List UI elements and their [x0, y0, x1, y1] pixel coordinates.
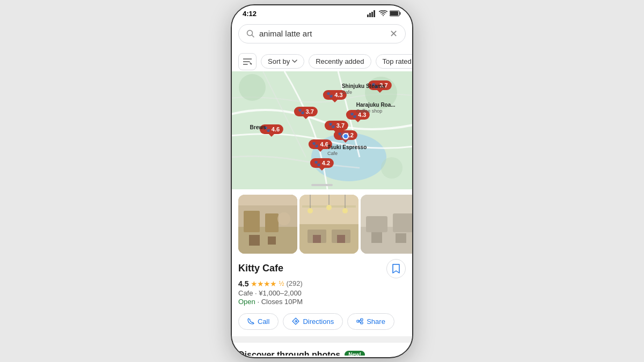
directions-icon — [292, 317, 299, 325]
svg-rect-5 — [390, 11, 398, 16]
action-buttons: Call Directions Share — [232, 309, 412, 336]
discover-title-row: Discover through photos New! — [238, 350, 406, 356]
svg-point-16 — [381, 157, 402, 179]
category: Cafe — [238, 289, 253, 297]
place-name: Kitty Cafe — [238, 263, 283, 274]
map-container[interactable]: 🐾4.3 🐾3.7 🐾3.7 🐾4.3 🐾4.2 🐾4.6 — [232, 71, 412, 189]
save-button[interactable] — [386, 259, 406, 278]
place-meta: Cafe · ¥1,000–2,000 — [238, 289, 406, 297]
user-location-dot — [342, 133, 349, 139]
rating-number: 4.5 — [238, 279, 248, 288]
svg-rect-40 — [366, 216, 387, 232]
cafe-interior-svg-3 — [361, 195, 412, 254]
map-pin-3-7-left[interactable]: 🐾3.7 — [294, 107, 318, 116]
map-pin-4-6-bottom[interactable]: 🐾4.6 — [308, 139, 332, 149]
search-bar-area: ✕ — [232, 20, 412, 49]
phone-icon — [247, 318, 254, 325]
search-input[interactable] — [259, 29, 385, 38]
top-rated-chip[interactable]: Top rated — [376, 54, 412, 69]
close-time: · — [257, 298, 261, 306]
svg-rect-20 — [265, 213, 279, 232]
place-photo-1[interactable] — [238, 195, 297, 254]
svg-rect-42 — [371, 232, 382, 243]
cafe-interior-svg-1 — [238, 195, 297, 254]
filter-row: Sort by Recently added Top rated — [232, 49, 412, 71]
screen-content: ✕ Sort by Recently added — [232, 20, 412, 356]
phone-frame: 4:12 — [231, 4, 413, 358]
signal-icon — [367, 10, 377, 17]
closes-at: Closes 10PM — [261, 298, 303, 306]
cafe-interior-svg-2 — [299, 195, 358, 254]
place-photo-2[interactable] — [299, 195, 358, 254]
place-status: Open · Closes 10PM — [238, 298, 406, 306]
svg-rect-41 — [393, 213, 412, 232]
svg-rect-0 — [367, 14, 369, 17]
call-label: Call — [258, 317, 269, 326]
place-info: Kitty Cafe 4.5 ★★★★ ½ (292) Cafe · ¥1,00… — [232, 254, 412, 309]
discover-title: Discover through photos — [238, 350, 340, 356]
share-button[interactable]: Share — [347, 313, 394, 330]
map-pin-4-6-left[interactable]: 🐾4.6 — [260, 124, 283, 134]
review-count: (292) — [286, 279, 302, 287]
svg-rect-19 — [244, 211, 260, 232]
bookmark-icon — [392, 264, 400, 274]
svg-point-31 — [326, 205, 332, 210]
svg-point-23 — [277, 212, 290, 225]
discover-section: Discover through photos New! — [232, 339, 412, 356]
stars: ★★★★ — [251, 279, 276, 288]
svg-rect-36 — [313, 235, 321, 243]
sort-icon-button[interactable] — [238, 53, 257, 70]
map-pin-4-3-right[interactable]: 🐾4.3 — [346, 110, 370, 120]
place-photo-3[interactable] — [361, 195, 412, 254]
sort-by-label: Sort by — [268, 57, 290, 65]
chevron-down-icon — [292, 60, 297, 63]
wifi-icon — [379, 10, 387, 17]
photos-strip — [232, 189, 412, 254]
directions-button[interactable]: Directions — [283, 313, 343, 330]
share-icon — [356, 317, 363, 325]
svg-point-14 — [239, 74, 266, 101]
map-drag-handle[interactable] — [311, 184, 333, 186]
share-label: Share — [367, 317, 385, 326]
rating-row: 4.5 ★★★★ ½ (292) — [238, 279, 406, 288]
price-range: ¥1,000–2,000 — [259, 289, 302, 297]
svg-rect-50 — [361, 322, 363, 324]
half-star: ½ — [279, 280, 284, 287]
sort-lines-icon — [243, 58, 252, 65]
svg-rect-2 — [371, 12, 373, 17]
svg-rect-3 — [374, 10, 375, 17]
search-icon — [246, 29, 255, 38]
status-bar: 4:12 — [232, 5, 412, 20]
top-rated-label: Top rated — [383, 57, 412, 65]
map-pin-4-2-bottom[interactable]: 🐾4.2 — [310, 158, 334, 168]
svg-point-29 — [308, 208, 313, 213]
directions-label: Directions — [303, 317, 334, 326]
time: 4:12 — [243, 10, 257, 18]
svg-point-33 — [342, 208, 348, 213]
map-pin-4-3-top[interactable]: 🐾4.3 — [323, 90, 346, 100]
new-badge: New! — [345, 351, 365, 356]
sort-by-chip[interactable]: Sort by — [261, 54, 304, 69]
battery-icon — [390, 10, 401, 17]
call-button[interactable]: Call — [238, 313, 279, 330]
open-status: Open — [238, 298, 255, 306]
svg-rect-37 — [337, 235, 345, 243]
svg-rect-1 — [369, 13, 371, 17]
map-pin-3-7-topright[interactable]: 🐾3.7 — [368, 80, 391, 90]
recently-added-chip[interactable]: Recently added — [309, 54, 371, 69]
svg-rect-43 — [396, 233, 406, 243]
svg-rect-24 — [238, 195, 297, 205]
svg-rect-48 — [361, 319, 363, 321]
svg-rect-49 — [357, 320, 359, 322]
place-name-row: Kitty Cafe — [238, 259, 406, 278]
svg-rect-22 — [268, 237, 276, 245]
search-bar[interactable]: ✕ — [238, 24, 406, 43]
svg-rect-6 — [400, 12, 401, 15]
map-pin-3-7-center[interactable]: 🐾3.7 — [325, 121, 348, 130]
clear-button[interactable]: ✕ — [390, 29, 398, 39]
status-icons — [367, 10, 401, 17]
svg-line-8 — [252, 35, 254, 37]
recently-added-label: Recently added — [316, 57, 364, 65]
svg-rect-21 — [249, 235, 260, 246]
